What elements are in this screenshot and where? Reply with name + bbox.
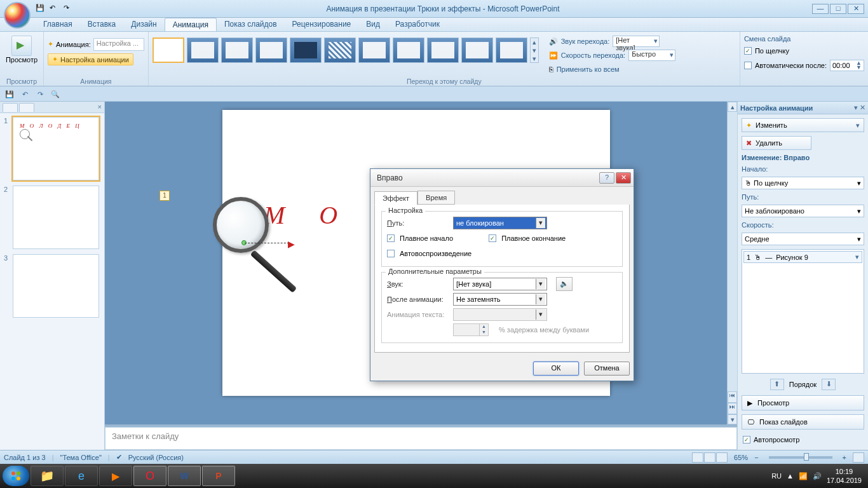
dialog-titlebar[interactable]: Вправо ? ✕: [370, 169, 634, 187]
transition-opt[interactable]: [290, 37, 322, 63]
dialog-help-button[interactable]: ?: [599, 172, 614, 184]
taskbar-explorer[interactable]: 📁: [31, 466, 64, 486]
preview-button[interactable]: Просмотр: [4, 34, 39, 64]
transition-sound-combo[interactable]: [Нет звука]: [613, 36, 660, 47]
dlg-sound-combo[interactable]: [Нет звука] ▾: [453, 278, 547, 290]
cancel-button[interactable]: Отмена: [584, 362, 630, 376]
change-effect-button[interactable]: ✦ Изменить ▾: [742, 118, 864, 132]
transition-opt[interactable]: [255, 37, 287, 63]
notes-input[interactable]: Заметки к слайду: [105, 427, 737, 450]
dialog-tab-time[interactable]: Время: [417, 191, 455, 205]
tab-design[interactable]: Дизайн: [123, 18, 164, 31]
auto-after-checkbox[interactable]: [744, 62, 752, 69]
zoom-out-button[interactable]: −: [754, 454, 758, 461]
next-slide-icon[interactable]: ⏭: [728, 403, 737, 414]
tab-animation[interactable]: Анимация: [165, 18, 217, 31]
transition-opt[interactable]: [461, 37, 493, 63]
slide-thumbnail-2[interactable]: [13, 186, 99, 249]
motion-path-line[interactable]: [245, 243, 289, 243]
tab-developer[interactable]: Разработчик: [388, 18, 447, 31]
close-button[interactable]: ✕: [848, 4, 864, 14]
tab-home[interactable]: Главная: [36, 18, 80, 31]
normal-view-button[interactable]: [692, 452, 703, 463]
on-click-checkbox[interactable]: ✓: [744, 47, 752, 55]
tray-network-icon[interactable]: 📶: [799, 472, 808, 480]
office-button[interactable]: [4, 2, 31, 29]
gallery-more[interactable]: ▴▾▾: [530, 37, 539, 63]
tab-review[interactable]: Рецензирование: [285, 18, 359, 31]
slide-thumbnail-3[interactable]: [13, 254, 99, 318]
prev-slide-icon[interactable]: ⏮: [728, 391, 737, 403]
chevron-down-icon[interactable]: ▾: [536, 294, 545, 304]
scroll-up-icon[interactable]: ▴: [728, 102, 737, 112]
transition-opt[interactable]: [324, 37, 356, 63]
redo-icon[interactable]: ↷: [64, 4, 74, 14]
vertical-scrollbar[interactable]: ▴ ⏮⏭ ▾: [727, 102, 737, 424]
taskbar-powerpoint[interactable]: P: [202, 466, 235, 486]
tray-clock[interactable]: 10:19 17.04.2019: [827, 467, 862, 485]
zoom-value[interactable]: 65%: [734, 454, 748, 461]
animation-list-item[interactable]: 1 🖱 — Рисунок 9 ▾: [743, 251, 862, 263]
language-indicator[interactable]: Русский (Россия): [128, 454, 184, 461]
tab-insert[interactable]: Вставка: [80, 18, 124, 31]
tray-language[interactable]: RU: [771, 472, 782, 480]
animation-dropdown[interactable]: Настройка ...: [93, 38, 144, 51]
taskpane-menu-icon[interactable]: ▾ ✕: [854, 104, 865, 112]
scroll-down-icon[interactable]: ▾: [728, 414, 737, 424]
dialog-tab-effect[interactable]: Эффект: [374, 191, 417, 205]
sound-preview-button[interactable]: 🔈: [556, 277, 573, 291]
motion-path-end[interactable]: ▶: [288, 239, 295, 249]
slideshow-view-button[interactable]: [716, 452, 728, 463]
start-button[interactable]: [3, 466, 29, 486]
taskbar-opera[interactable]: O: [133, 466, 166, 486]
chevron-down-icon[interactable]: ▾: [536, 218, 545, 228]
move-up-button[interactable]: ⬆: [770, 379, 784, 390]
tray-volume-icon[interactable]: 🔊: [813, 472, 822, 480]
tab-slideshow[interactable]: Показ слайдов: [217, 18, 285, 31]
speed-combo[interactable]: Средне ▾: [742, 233, 864, 245]
save-icon[interactable]: 💾: [36, 4, 46, 14]
chevron-down-icon[interactable]: ▾: [855, 253, 859, 261]
ok-button[interactable]: ОК: [533, 362, 579, 376]
autoreverse-checkbox[interactable]: [387, 250, 395, 257]
taskbar-word[interactable]: W: [168, 466, 201, 486]
transition-opt[interactable]: [393, 37, 424, 63]
zoom-in-button[interactable]: +: [843, 454, 846, 461]
transition-opt[interactable]: [496, 37, 527, 63]
tray-flag-icon[interactable]: ▲: [787, 472, 794, 480]
transition-opt[interactable]: [358, 37, 390, 63]
dlg-after-combo[interactable]: Не затемнять ▾: [453, 293, 547, 306]
sorter-view-button[interactable]: [704, 452, 715, 463]
transition-opt[interactable]: [427, 37, 459, 63]
tab-view[interactable]: Вид: [358, 18, 388, 31]
transition-speed-combo[interactable]: Быстро: [628, 50, 675, 61]
zoom-slider[interactable]: [769, 456, 832, 459]
smooth-start-checkbox[interactable]: ✓: [387, 234, 395, 242]
slideshow-button[interactable]: 🖵 Показ слайдов: [742, 414, 864, 430]
smooth-end-checkbox[interactable]: ✓: [489, 234, 496, 242]
taskbar-ie[interactable]: e: [65, 466, 98, 486]
maximize-button[interactable]: □: [830, 4, 846, 14]
print-preview-icon[interactable]: 🔍: [50, 88, 61, 100]
chevron-down-icon[interactable]: ▾: [536, 279, 545, 289]
dialog-close-button[interactable]: ✕: [616, 172, 631, 184]
transition-opt[interactable]: [187, 37, 219, 63]
slides-tab[interactable]: [3, 103, 18, 112]
play-button[interactable]: ▶ Просмотр: [742, 395, 864, 410]
taskbar-media[interactable]: ▶: [99, 466, 132, 486]
minimize-button[interactable]: —: [812, 4, 829, 14]
save-button[interactable]: 💾: [4, 88, 15, 100]
magnifier-object[interactable]: [213, 197, 269, 253]
spellcheck-icon[interactable]: ✔: [116, 453, 122, 461]
transition-none[interactable]: [153, 37, 184, 63]
transition-opt[interactable]: [221, 37, 253, 63]
apply-all-button[interactable]: Применить ко всем: [557, 65, 620, 73]
autoplay-checkbox[interactable]: ✓: [743, 436, 750, 444]
remove-effect-button[interactable]: ✖ Удалить: [742, 136, 811, 150]
fit-window-button[interactable]: [853, 452, 864, 463]
undo-button[interactable]: ↶: [19, 88, 31, 100]
path-combo[interactable]: Не заблокировано ▾: [742, 205, 864, 217]
move-down-button[interactable]: ⬇: [822, 379, 836, 390]
pane-close-icon[interactable]: ×: [98, 103, 102, 111]
start-combo[interactable]: 🖱 По щелчку ▾: [742, 177, 864, 189]
